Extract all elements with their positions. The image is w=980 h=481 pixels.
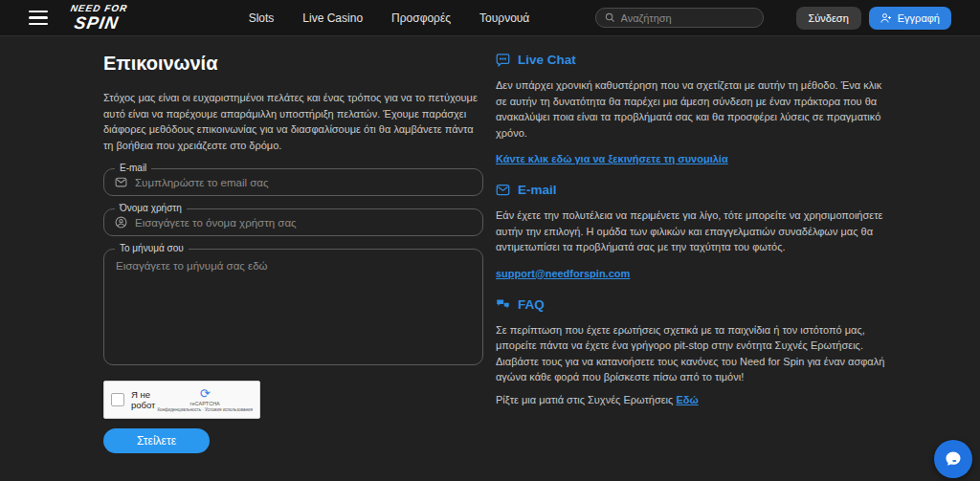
search-icon bbox=[605, 12, 615, 23]
nav-item-slots[interactable]: Slots bbox=[249, 11, 275, 25]
chat-widget-button[interactable] bbox=[934, 440, 972, 478]
message-field: Το μήνυμά σου bbox=[103, 249, 483, 365]
faq-link[interactable]: Εδώ bbox=[676, 394, 698, 405]
faq-section: FAQ Σε περίπτωση που έχετε ερωτήσεις σχε… bbox=[496, 297, 886, 405]
submit-button[interactable]: Στείλετε bbox=[103, 428, 210, 453]
nav-item-promotions[interactable]: Προσφορές bbox=[391, 11, 451, 25]
header: NEED FOR SPIN Slots Live Casino Προσφορέ… bbox=[0, 0, 980, 36]
contact-form-column: Επικοινωνία Στόχος μας είναι οι ευχαριστ… bbox=[103, 53, 483, 453]
email-section: E-mail Εάν έχετε την πολυτέλεια να περιμ… bbox=[496, 183, 886, 281]
intro-paragraph: Στόχος μας είναι οι ευχαριστημένοι πελάτ… bbox=[103, 90, 483, 153]
live-chat-body: Δεν υπάρχει χρονική καθυστέρηση που να σ… bbox=[496, 77, 886, 141]
recaptcha-legal-links[interactable]: Конфиденциальность · Условия использован… bbox=[157, 407, 253, 412]
nav-item-tournaments[interactable]: Τουρνουά bbox=[479, 11, 529, 25]
username-input[interactable] bbox=[135, 217, 472, 229]
recaptcha-widget: Я не робот ⟳ reCAPTCHA Конфиденциальност… bbox=[103, 381, 260, 419]
email-icon bbox=[496, 183, 510, 197]
register-button[interactable]: Εγγραφή bbox=[869, 7, 951, 30]
page-title: Επικοινωνία bbox=[103, 53, 483, 75]
live-chat-section: Live Chat Δεν υπάρχει χρονική καθυστέρησ… bbox=[496, 53, 886, 166]
user-plus-icon bbox=[880, 12, 892, 24]
username-field: Όνομα χρήστη bbox=[103, 208, 483, 236]
login-button[interactable]: Σύνδεση bbox=[796, 7, 861, 30]
register-button-label: Εγγραφή bbox=[898, 12, 940, 24]
message-field-label: Το μήνυμά σου bbox=[115, 243, 189, 253]
faq-icon bbox=[496, 297, 510, 312]
recaptcha-label: Я не робот bbox=[131, 389, 157, 410]
logo-line2: SPIN bbox=[73, 14, 120, 32]
search-input[interactable] bbox=[621, 12, 754, 24]
recaptcha-checkbox[interactable] bbox=[111, 393, 124, 406]
live-chat-title: Live Chat bbox=[518, 53, 576, 67]
faq-cta-text: Ρίξτε μια ματιά στις Συχνές Ερωτήσεις bbox=[496, 394, 676, 405]
email-section-title: E-mail bbox=[518, 183, 557, 197]
email-input[interactable] bbox=[135, 177, 472, 188]
user-circle-icon bbox=[115, 216, 127, 229]
search-bar[interactable] bbox=[595, 8, 764, 28]
contact-page: Επικοινωνία Στόχος μας είναι οι ευχαριστ… bbox=[0, 36, 980, 453]
logo[interactable]: NEED FOR SPIN bbox=[66, 4, 128, 32]
recaptcha-brand: ⟳ reCAPTCHA Конфиденциальность · Условия… bbox=[157, 387, 253, 411]
recaptcha-logo-icon: ⟳ bbox=[200, 387, 211, 400]
faq-section-title: FAQ bbox=[518, 297, 545, 312]
hamburger-menu-icon[interactable] bbox=[29, 11, 48, 26]
faq-section-body: Σε περίπτωση που έχετε ερωτήσεις σχετικά… bbox=[496, 322, 886, 385]
contact-methods-column: Live Chat Δεν υπάρχει χρονική καθυστέρησ… bbox=[496, 53, 886, 453]
username-field-label: Όνομα χρήστη bbox=[115, 203, 187, 213]
email-section-body: Εάν έχετε την πολυτέλεια να περιμένετε γ… bbox=[496, 208, 886, 255]
nav-item-live-casino[interactable]: Live Casino bbox=[302, 11, 363, 25]
email-field-label: E-mail bbox=[115, 163, 151, 173]
live-chat-icon bbox=[496, 53, 510, 67]
live-chat-link[interactable]: Κάντε κλικ εδώ για να ξεκινήσετε τη συνο… bbox=[496, 153, 728, 164]
support-email-link[interactable]: support@needforspin.com bbox=[496, 268, 630, 279]
logo-line1: NEED FOR bbox=[70, 4, 128, 13]
email-field: E-mail bbox=[103, 168, 483, 196]
main-nav: Slots Live Casino Προσφορές Τουρνουά bbox=[249, 11, 530, 25]
chat-bubble-icon bbox=[944, 449, 963, 469]
message-textarea[interactable] bbox=[116, 258, 471, 356]
envelope-icon bbox=[115, 176, 127, 188]
